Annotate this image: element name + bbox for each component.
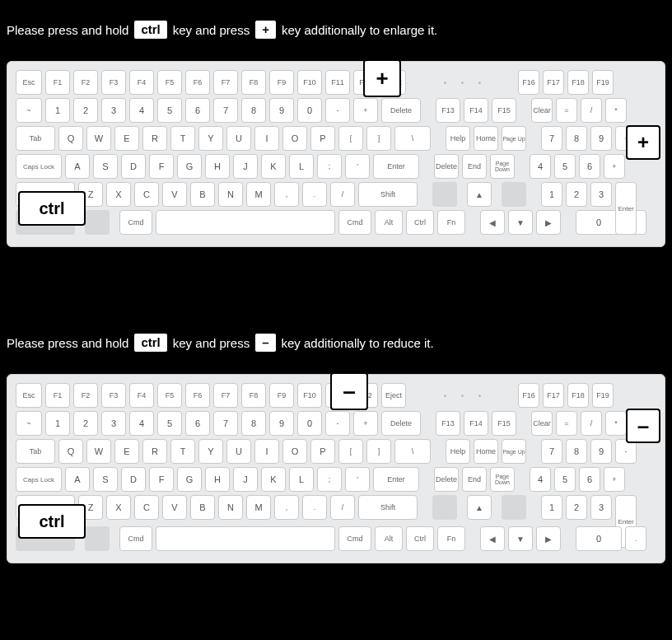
- key-delete[interactable]: Delete: [381, 411, 421, 436]
- key-h[interactable]: H: [205, 154, 230, 179]
- key-f6[interactable]: F6: [185, 70, 210, 95]
- key-mul[interactable]: *: [605, 411, 627, 436]
- key-np1[interactable]: 1: [541, 495, 562, 520]
- key-delete2[interactable]: Delete: [434, 467, 459, 492]
- key-f13[interactable]: F13: [436, 411, 460, 436]
- key-shift-right[interactable]: Shift: [358, 182, 418, 207]
- key-right[interactable]: ▶: [536, 210, 561, 235]
- key-c[interactable]: C: [134, 495, 159, 520]
- key-rbracket[interactable]: ]: [366, 126, 391, 151]
- key-f16[interactable]: F16: [518, 70, 539, 95]
- key-space[interactable]: [156, 210, 335, 235]
- key-v[interactable]: V: [162, 495, 187, 520]
- key-4[interactable]: 4: [129, 98, 154, 123]
- key-tab[interactable]: Tab: [16, 126, 55, 151]
- key-n[interactable]: N: [218, 182, 243, 207]
- key-r[interactable]: R: [142, 126, 167, 151]
- key-np3[interactable]: 3: [590, 495, 612, 520]
- key-1[interactable]: 1: [45, 411, 70, 436]
- key-apostrophe[interactable]: ': [345, 154, 370, 179]
- key-np8[interactable]: 8: [566, 126, 587, 151]
- key-7[interactable]: 7: [213, 98, 238, 123]
- key-end[interactable]: End: [462, 467, 487, 492]
- key-j[interactable]: J: [233, 154, 258, 179]
- key-f1[interactable]: F1: [45, 70, 70, 95]
- key-apostrophe[interactable]: ': [345, 467, 370, 492]
- key-alt[interactable]: Alt: [375, 210, 403, 235]
- key-div[interactable]: /: [581, 411, 602, 436]
- key-p[interactable]: P: [310, 126, 335, 151]
- key-np-plus[interactable]: +: [604, 154, 625, 179]
- key-f2[interactable]: F2: [73, 383, 98, 408]
- key-down[interactable]: ▼: [508, 526, 533, 551]
- key-comma[interactable]: ,: [274, 182, 299, 207]
- key-f17[interactable]: F17: [543, 70, 564, 95]
- key-l[interactable]: L: [289, 154, 314, 179]
- key-dot[interactable]: .: [302, 495, 327, 520]
- key-semicolon[interactable]: ;: [317, 467, 342, 492]
- key-f7[interactable]: F7: [213, 383, 238, 408]
- key-2[interactable]: 2: [73, 411, 98, 436]
- key-d[interactable]: D: [121, 154, 146, 179]
- key-help[interactable]: Help: [446, 439, 470, 464]
- key-u[interactable]: U: [226, 439, 251, 464]
- key-f1[interactable]: F1: [45, 383, 70, 408]
- key-7[interactable]: 7: [213, 411, 238, 436]
- key-5[interactable]: 5: [157, 98, 182, 123]
- key-enter[interactable]: Enter: [373, 467, 419, 492]
- key-y[interactable]: Y: [198, 439, 223, 464]
- key-f14[interactable]: F14: [464, 98, 488, 123]
- key-v[interactable]: V: [162, 182, 187, 207]
- key-f15[interactable]: F15: [492, 98, 516, 123]
- key-f16[interactable]: F16: [518, 383, 539, 408]
- key-backslash[interactable]: \: [394, 126, 431, 151]
- key-pagedown[interactable]: Page Down: [490, 154, 515, 179]
- key-mul[interactable]: *: [605, 98, 627, 123]
- key-pageup[interactable]: Page Up: [502, 439, 526, 464]
- key-e[interactable]: E: [114, 439, 139, 464]
- key-up[interactable]: ▲: [467, 495, 492, 520]
- key-t[interactable]: T: [170, 439, 195, 464]
- key-w[interactable]: W: [86, 439, 111, 464]
- key-f9[interactable]: F9: [269, 70, 294, 95]
- key-esc[interactable]: Esc: [16, 383, 42, 408]
- key-o[interactable]: O: [282, 126, 307, 151]
- key-eq[interactable]: =: [556, 98, 577, 123]
- key-cmd-left[interactable]: Cmd: [119, 210, 152, 235]
- key-minus[interactable]: -: [325, 411, 350, 436]
- key-f19[interactable]: F19: [592, 383, 614, 408]
- key-np-plus[interactable]: +: [604, 467, 625, 492]
- key-slash[interactable]: /: [330, 495, 355, 520]
- key-r[interactable]: R: [142, 439, 167, 464]
- key-j[interactable]: J: [233, 467, 258, 492]
- key-c[interactable]: C: [134, 182, 159, 207]
- key-9[interactable]: 9: [269, 411, 294, 436]
- key-0[interactable]: 0: [297, 98, 322, 123]
- key-tilde[interactable]: ~: [16, 98, 42, 123]
- key-a[interactable]: A: [65, 154, 90, 179]
- key-u[interactable]: U: [226, 126, 251, 151]
- key-np0[interactable]: 0: [576, 526, 622, 551]
- key-8[interactable]: 8: [241, 98, 266, 123]
- key-alt[interactable]: Alt: [375, 526, 403, 551]
- key-ctrl[interactable]: Ctrl: [406, 210, 434, 235]
- key-1[interactable]: 1: [45, 98, 70, 123]
- key-eq[interactable]: =: [556, 411, 577, 436]
- key-capslock[interactable]: Caps Lock: [16, 467, 62, 492]
- key-ctrl[interactable]: Ctrl: [406, 526, 434, 551]
- key-help[interactable]: Help: [446, 126, 470, 151]
- key-home[interactable]: Home: [474, 126, 498, 151]
- key-fn[interactable]: Fn: [437, 210, 465, 235]
- key-f5[interactable]: F5: [157, 383, 182, 408]
- key-f[interactable]: F: [149, 154, 174, 179]
- key-2[interactable]: 2: [73, 98, 98, 123]
- key-f5[interactable]: F5: [157, 70, 182, 95]
- key-np7[interactable]: 7: [541, 439, 562, 464]
- key-eject[interactable]: Eject: [381, 383, 406, 408]
- key-l[interactable]: L: [289, 467, 314, 492]
- key-plus[interactable]: +: [353, 98, 378, 123]
- key-6[interactable]: 6: [185, 98, 210, 123]
- key-f9[interactable]: F9: [269, 383, 294, 408]
- key-cmd-right[interactable]: Cmd: [338, 210, 371, 235]
- key-h[interactable]: H: [205, 467, 230, 492]
